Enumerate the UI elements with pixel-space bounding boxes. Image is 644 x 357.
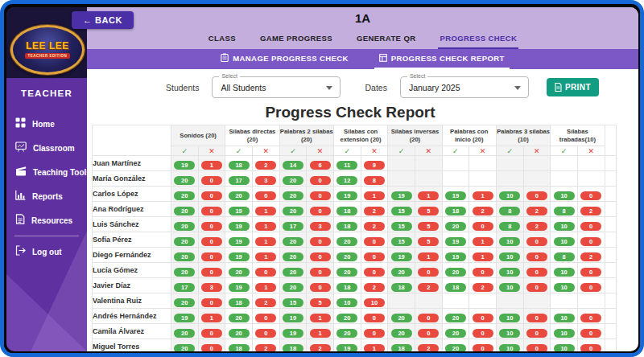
students-select[interactable]: Select All Students — [212, 76, 341, 98]
pill-incorrect: 0 — [473, 222, 493, 231]
score-cell-incorrect: 1 — [361, 339, 388, 352]
score-cell-incorrect: 0 — [198, 171, 225, 187]
score-cell-correct: 10 — [496, 248, 523, 263]
score-cell-incorrect: 0 — [307, 171, 334, 187]
spacer-cell — [605, 202, 616, 217]
pill-correct: 19 — [174, 161, 195, 170]
score-cell-correct: 20 — [279, 278, 307, 293]
pill-incorrect: 0 — [255, 314, 276, 322]
tab-game-progress[interactable]: GAME PROGRESS — [258, 31, 334, 49]
back-button[interactable]: ← BACK — [72, 11, 134, 29]
pill-correct: 18 — [283, 344, 303, 351]
subtab-manage-progress-check[interactable]: MANAGE PROGRESS CHECK — [216, 49, 353, 69]
score-cell-incorrect: 0 — [307, 263, 334, 278]
score-cell-incorrect: 0 — [361, 263, 388, 278]
student-row: Lucía Gómez200200200200200200100100 — [93, 263, 617, 278]
spacer-cell — [605, 263, 616, 278]
score-cell-incorrect: 5 — [415, 232, 442, 248]
dates-select[interactable]: Select January 2025 — [400, 76, 529, 98]
pill-incorrect: 0 — [201, 268, 222, 277]
clapperboard-icon — [15, 165, 27, 179]
score-cell-incorrect: 0 — [469, 324, 497, 339]
correct-column-icon: ✓ — [225, 146, 253, 156]
pill-incorrect: 3 — [310, 222, 331, 231]
score-cell-incorrect: 0 — [361, 232, 388, 248]
pill-incorrect: 2 — [364, 222, 385, 231]
pill-incorrect: 1 — [418, 191, 439, 200]
score-cell-incorrect: 2 — [361, 217, 388, 232]
sidebar-item-label: Log out — [32, 248, 62, 256]
pill-incorrect: 2 — [526, 207, 547, 215]
pill-incorrect: 0 — [255, 268, 276, 277]
score-cell-correct: 19 — [225, 278, 253, 293]
score-cell-incorrect: 0 — [523, 248, 551, 263]
subtab-progress-check-report[interactable]: PROGRESS CHECK REPORT — [374, 49, 510, 69]
pill-incorrect: 0 — [580, 268, 601, 277]
sidebar-item-classroom[interactable]: Classroom — [6, 136, 87, 160]
pill-incorrect: 0 — [418, 314, 439, 322]
tab-generate-qr[interactable]: GENERATE QR — [355, 31, 417, 49]
report-table: Sonidos (20)Sílabas directas (20)Palabra… — [92, 125, 617, 351]
score-cell-correct: 18 — [225, 293, 253, 309]
empty-cell — [442, 171, 469, 187]
pill-correct: 18 — [336, 283, 357, 292]
pill-correct: 18 — [229, 344, 250, 351]
score-cell-correct: 19 — [171, 309, 198, 324]
tab-class[interactable]: CLASS — [207, 31, 237, 49]
pill-correct: 18 — [445, 283, 466, 292]
correct-column-icon: ✓ — [333, 146, 361, 156]
score-cell-incorrect: 0 — [361, 324, 388, 339]
pill-incorrect: 0 — [364, 237, 385, 246]
pill-correct: 19 — [229, 237, 250, 246]
pill-correct: 19 — [445, 237, 466, 246]
sidebar-item-resources[interactable]: Resources — [6, 208, 87, 232]
pill-correct: 19 — [174, 314, 195, 322]
pill-incorrect: 0 — [473, 314, 493, 322]
pill-correct: 20 — [229, 191, 250, 200]
pill-correct: 14 — [283, 161, 303, 170]
spacer-column — [605, 125, 616, 156]
score-cell-incorrect: 0 — [307, 187, 334, 202]
sidebar-item-home[interactable]: Home — [6, 112, 87, 136]
score-cell-correct: 20 — [225, 187, 253, 202]
sidebar-item-teaching-tools[interactable]: Teaching Tools — [6, 160, 87, 184]
pill-incorrect: 1 — [255, 252, 276, 261]
pill-incorrect: 3 — [201, 283, 222, 292]
pill-correct: 20 — [229, 314, 250, 322]
score-cell-correct: 12 — [333, 171, 361, 187]
score-cell-correct: 10 — [551, 187, 578, 202]
empty-cell — [415, 171, 442, 187]
score-cell-incorrect: 3 — [198, 278, 225, 293]
pill-incorrect: 0 — [473, 329, 493, 338]
pill-correct: 8 — [554, 252, 575, 261]
pill-correct: 20 — [174, 237, 195, 246]
print-button[interactable]: PRINT — [547, 78, 599, 96]
column-group-header: Sílabas directas (20) — [225, 125, 279, 146]
pill-correct: 20 — [174, 344, 195, 351]
pill-incorrect: 2 — [418, 344, 439, 351]
pill-correct: 20 — [391, 314, 412, 322]
sidebar-item-reports[interactable]: Reports — [6, 184, 87, 208]
column-group-header: Sílabas inversas (20) — [388, 125, 442, 146]
score-cell-incorrect: 5 — [415, 202, 442, 217]
pill-correct: 20 — [445, 268, 466, 277]
pill-incorrect: 0 — [255, 329, 276, 338]
tab-progress-check[interactable]: PROGRESS CHECK — [438, 31, 518, 49]
score-cell-incorrect: 0 — [523, 232, 551, 248]
score-cell-correct: 10 — [551, 309, 578, 324]
empty-cell — [442, 293, 469, 309]
pill-correct: 10 — [336, 298, 357, 307]
score-cell-correct: 20 — [279, 232, 307, 248]
score-cell-incorrect: 8 — [361, 171, 388, 187]
score-cell-incorrect: 0 — [361, 309, 388, 324]
pill-correct: 17 — [174, 283, 195, 292]
role-label: TEACHER — [6, 88, 87, 98]
spacer-cell — [605, 309, 616, 324]
score-cell-incorrect: 2 — [415, 339, 442, 352]
pill-incorrect: 1 — [255, 222, 276, 231]
pill-correct: 19 — [229, 252, 250, 261]
pill-incorrect: 0 — [526, 191, 547, 200]
pill-correct: 10 — [499, 237, 520, 246]
pill-correct: 20 — [445, 314, 466, 322]
pill-correct: 8 — [499, 207, 520, 215]
